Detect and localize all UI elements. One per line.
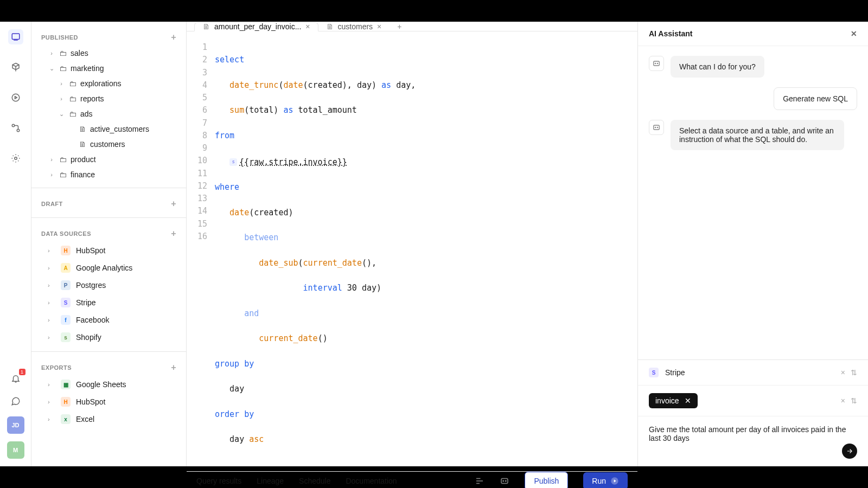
ai-header: AI Assistant ✕ bbox=[638, 22, 868, 46]
ds-item-shopify[interactable]: ›sShopify bbox=[31, 329, 186, 346]
folder-icon: 🗀 bbox=[68, 94, 77, 103]
svg-point-16 bbox=[655, 127, 655, 127]
publish-button[interactable]: Publish bbox=[525, 472, 568, 488]
tree-active-customers[interactable]: 🗎active_customers bbox=[31, 121, 186, 137]
tree-finance[interactable]: ›🗀finance bbox=[31, 167, 186, 182]
chevron-updown-icon[interactable]: ⇅ bbox=[851, 396, 857, 405]
svg-point-17 bbox=[657, 127, 658, 127]
tree-sales[interactable]: ›🗀sales bbox=[31, 46, 186, 61]
tree-ads[interactable]: ⌄🗀ads bbox=[31, 106, 186, 121]
svg-rect-12 bbox=[654, 61, 660, 66]
tab-amount-per-day[interactable]: 🗎 amount_per_day_invoic... × bbox=[194, 22, 318, 31]
ds-item-excel[interactable]: ›xExcel bbox=[31, 410, 186, 428]
ai-table-select[interactable]: invoice ✕ ×⇅ bbox=[638, 386, 868, 416]
close-tab-icon[interactable]: × bbox=[377, 22, 381, 31]
rail-icon-pipeline[interactable] bbox=[8, 120, 23, 136]
svg-point-2 bbox=[12, 124, 15, 127]
code-editor[interactable]: 12345678910111213141516 select date_trun… bbox=[187, 31, 637, 471]
svg-point-10 bbox=[506, 480, 507, 481]
folder-icon: 🗀 bbox=[59, 64, 67, 73]
folder-icon: 🗀 bbox=[59, 170, 67, 179]
source-reference[interactable]: s{{raw.stripe.invoice}} bbox=[229, 156, 347, 169]
ds-item-stripe[interactable]: ›SStripe bbox=[31, 294, 186, 311]
ai-prompt-input[interactable]: Give me the total amount per day of all … bbox=[638, 416, 868, 466]
tree-marketing[interactable]: ⌄🗀marketing bbox=[31, 61, 186, 76]
file-icon: 🗎 bbox=[326, 22, 334, 31]
ai-icon[interactable] bbox=[500, 476, 509, 486]
ai-panel: AI Assistant ✕ What can I do for you? Ge… bbox=[638, 22, 868, 466]
app-window: JD M PUBLISHED + ›🗀sales ⌄🗀marketing ›🗀e… bbox=[0, 22, 868, 466]
rail-icon-cube[interactable] bbox=[8, 60, 23, 75]
close-tab-icon[interactable]: × bbox=[305, 22, 310, 31]
tree-customers[interactable]: 🗎customers bbox=[31, 137, 186, 152]
tab-documentation[interactable]: Documentation bbox=[346, 477, 397, 485]
svg-point-4 bbox=[14, 157, 17, 160]
svg-rect-15 bbox=[654, 125, 660, 130]
rail-icon-workspace[interactable] bbox=[8, 29, 23, 44]
svg-point-13 bbox=[655, 63, 655, 63]
add-tab-icon[interactable]: + bbox=[390, 22, 409, 31]
folder-icon: 🗀 bbox=[68, 79, 77, 88]
clear-icon[interactable]: × bbox=[841, 368, 845, 377]
ds-item-google-analytics[interactable]: ›AGoogle Analytics bbox=[31, 259, 186, 277]
folder-icon: 🗀 bbox=[68, 110, 77, 118]
rail-icon-settings[interactable] bbox=[8, 151, 23, 166]
ds-item-facebook[interactable]: ›fFacebook bbox=[31, 311, 186, 329]
ds-item-hubspot[interactable]: ›HHubSpot bbox=[31, 242, 186, 259]
ds-item-hubspot[interactable]: ›HHubSpot bbox=[31, 393, 186, 410]
source-badge: S bbox=[649, 368, 659, 377]
ai-title: AI Assistant bbox=[649, 29, 692, 38]
chat-icon[interactable] bbox=[8, 394, 23, 409]
ai-message: What can I do for you? bbox=[649, 56, 857, 78]
tab-customers[interactable]: 🗎 customers × bbox=[318, 22, 390, 31]
code-content: select date_trunc(date(created), day) as… bbox=[215, 41, 637, 471]
add-draft-icon[interactable]: + bbox=[171, 199, 176, 209]
add-export-icon[interactable]: + bbox=[171, 363, 176, 373]
tab-schedule[interactable]: Schedule bbox=[299, 477, 330, 485]
play-icon bbox=[610, 477, 619, 485]
section-draft: DRAFT + bbox=[31, 194, 186, 212]
svg-point-1 bbox=[12, 94, 20, 101]
section-published: PUBLISHED + bbox=[31, 27, 186, 46]
file-icon: 🗎 bbox=[202, 22, 210, 31]
tabs: 🗎 amount_per_day_invoic... × 🗎 customers… bbox=[187, 22, 637, 31]
remove-table-icon[interactable]: ✕ bbox=[685, 396, 691, 405]
file-icon: 🗎 bbox=[78, 125, 87, 133]
section-exports: EXPORTS + bbox=[31, 357, 186, 376]
bot-avatar-icon bbox=[649, 56, 664, 71]
folder-icon: 🗀 bbox=[59, 49, 67, 57]
notifications-icon[interactable] bbox=[8, 371, 23, 386]
main-editor: 🗎 amount_per_day_invoic... × 🗎 customers… bbox=[187, 22, 638, 466]
folder-icon: 🗀 bbox=[59, 155, 67, 164]
tree-explorations[interactable]: ›🗀explorations bbox=[31, 76, 186, 91]
format-icon[interactable] bbox=[475, 476, 484, 486]
avatar-jd[interactable]: JD bbox=[7, 416, 24, 434]
table-pill: invoice ✕ bbox=[649, 393, 698, 408]
tab-lineage[interactable]: Lineage bbox=[257, 477, 284, 485]
ds-item-postgres[interactable]: ›PPostgres bbox=[31, 277, 186, 294]
left-rail: JD M bbox=[0, 22, 31, 466]
sidebar: PUBLISHED + ›🗀sales ⌄🗀marketing ›🗀explor… bbox=[31, 22, 187, 466]
add-datasource-icon[interactable]: + bbox=[171, 229, 176, 239]
rail-bottom: JD M bbox=[7, 371, 24, 466]
bot-avatar-icon bbox=[649, 120, 664, 135]
tree-product[interactable]: ›🗀product bbox=[31, 152, 186, 167]
svg-rect-8 bbox=[501, 478, 508, 483]
rail-icon-play[interactable] bbox=[8, 90, 23, 105]
clear-icon[interactable]: × bbox=[841, 396, 845, 405]
tree-reports[interactable]: ›🗀reports bbox=[31, 91, 186, 106]
close-panel-icon[interactable]: ✕ bbox=[851, 29, 857, 38]
ai-source-select[interactable]: S Stripe ×⇅ bbox=[638, 360, 868, 386]
ds-item-google-sheets[interactable]: ›▦Google Sheets bbox=[31, 376, 186, 393]
ai-message: Select a data source and a table, and wr… bbox=[649, 120, 857, 150]
section-datasources: DATA SOURCES + bbox=[31, 223, 186, 242]
add-published-icon[interactable]: + bbox=[171, 33, 176, 42]
ai-conversation: What can I do for you? Generate new SQL … bbox=[638, 46, 868, 359]
tab-query-results[interactable]: Query results bbox=[196, 477, 241, 485]
chevron-updown-icon[interactable]: ⇅ bbox=[851, 368, 857, 377]
avatar-m[interactable]: M bbox=[7, 441, 24, 459]
send-button[interactable] bbox=[842, 444, 857, 459]
line-gutter: 12345678910111213141516 bbox=[187, 41, 215, 471]
run-button[interactable]: Run bbox=[583, 472, 628, 488]
svg-point-9 bbox=[503, 480, 504, 481]
